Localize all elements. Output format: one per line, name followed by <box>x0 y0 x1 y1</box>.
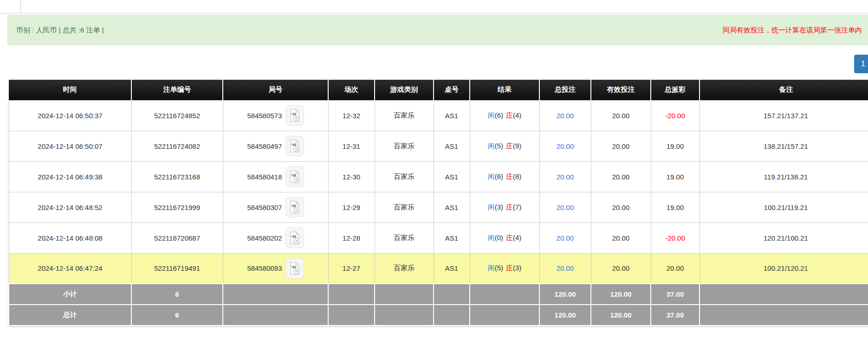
pagination-page-1-button[interactable]: 1 <box>854 55 868 73</box>
total-bet-link[interactable]: 20.00 <box>557 204 574 211</box>
cell-game-type: 百家乐 <box>375 100 434 131</box>
footer-valid-bet: 120.00 <box>591 305 651 325</box>
column-header: 游戏类别 <box>375 80 434 100</box>
footer-label: 总计 <box>9 305 131 325</box>
footer-payout: 37.00 <box>651 284 700 305</box>
cell-game-type: 百家乐 <box>375 223 434 253</box>
result-banker-score: (3) <box>513 264 521 272</box>
cell-bet-id: 522116720687 <box>131 223 223 253</box>
cell-game-type: 百家乐 <box>375 253 434 284</box>
cell-round: 584580418 <box>223 161 328 192</box>
result-player-label: 闲 <box>488 264 495 272</box>
total-bet-link[interactable]: 20.00 <box>557 264 574 272</box>
video-replay-button[interactable] <box>285 258 304 279</box>
result-banker-label: 庄 <box>506 142 513 150</box>
column-header: 结果 <box>470 80 539 100</box>
video-replay-button[interactable] <box>285 136 304 156</box>
cell-remark: 120.21/100.21 <box>700 223 868 253</box>
summary-alert-bar: 币别 : 人民币 | 总共 :6 注单 | 同局有效投注，统一计算在该局第一张注… <box>7 15 868 45</box>
cell-time: 2024-12-14 06:48:08 <box>9 223 131 253</box>
cell-payout: 19.00 <box>651 192 700 223</box>
cell-round: 584580307 <box>223 192 328 223</box>
cell-payout: -20.00 <box>651 223 700 253</box>
video-replay-icon <box>289 170 301 184</box>
round-id: 584580093 <box>247 264 282 272</box>
total-bet-link[interactable]: 20.00 <box>557 234 574 242</box>
column-header: 备注 <box>700 80 868 100</box>
result-banker-score: (8) <box>513 172 521 180</box>
result-player-score: (5) <box>495 142 503 150</box>
cell-total-bet: 20.00 <box>539 192 591 223</box>
cell-session: 12-27 <box>328 253 375 284</box>
result-banker-label: 庄 <box>506 264 513 272</box>
cell-remark: 100.21/119.21 <box>700 192 868 223</box>
column-header: 注单编号 <box>131 80 223 100</box>
round-id: 584580202 <box>247 234 282 242</box>
footer-total-bet: 120.00 <box>539 284 591 305</box>
cell-session: 12-30 <box>328 161 375 192</box>
cell-game-type: 百家乐 <box>375 192 434 223</box>
result-player-label: 闲 <box>488 172 495 180</box>
video-replay-icon <box>289 200 301 214</box>
table-row: 2024-12-14 06:47:24 522116719491 5845800… <box>9 253 868 284</box>
cell-result: 闲(3)庄(7) <box>470 192 539 223</box>
table-row: 2024-12-14 06:50:07 522116724082 5845804… <box>9 131 868 161</box>
total-bet-link[interactable]: 20.00 <box>557 173 574 181</box>
column-header: 总派彩 <box>651 80 700 100</box>
cell-bet-id: 522116724082 <box>131 131 223 161</box>
result-banker-label: 庄 <box>506 234 513 242</box>
cell-round: 584580093 <box>223 253 328 284</box>
total-bet-link[interactable]: 20.00 <box>557 142 574 150</box>
cell-result: 闲(6)庄(8) <box>470 161 539 192</box>
cell-time: 2024-12-14 06:48:52 <box>9 192 131 223</box>
video-replay-button[interactable] <box>285 105 304 126</box>
cell-valid-bet: 20.00 <box>591 192 651 223</box>
table-row: 2024-12-14 06:49:38 522116723168 5845804… <box>9 161 868 192</box>
video-replay-icon <box>289 139 301 153</box>
cell-game-type: 百家乐 <box>375 131 434 161</box>
cell-remark: 100.21/120.21 <box>700 253 868 284</box>
cell-payout: 19.00 <box>651 161 700 192</box>
result-banker-score: (4) <box>513 111 521 119</box>
column-header: 有效投注 <box>591 80 651 100</box>
video-replay-button[interactable] <box>285 228 304 248</box>
column-header: 时间 <box>9 80 131 100</box>
cell-bet-id: 522116724852 <box>131 100 223 131</box>
cell-remark: 157.21/137.21 <box>700 100 868 131</box>
round-id: 584580418 <box>247 173 282 181</box>
result-player-label: 闲 <box>488 234 495 242</box>
result-player-label: 闲 <box>488 203 495 211</box>
cell-valid-bet: 20.00 <box>591 253 651 284</box>
cell-valid-bet: 20.00 <box>591 131 651 161</box>
cell-result: 闲(5)庄(3) <box>470 253 539 284</box>
column-header: 桌号 <box>434 80 470 100</box>
cell-table-code: AS1 <box>434 223 470 253</box>
cell-bet-id: 522116723168 <box>131 161 223 192</box>
cell-table-code: AS1 <box>434 192 470 223</box>
column-header: 局号 <box>223 80 328 100</box>
table-header: 时间 注单编号 局号 场次 游戏类别 桌号 结果 总投注 有效投注 总派彩 备注 <box>9 80 868 100</box>
cell-time: 2024-12-14 06:49:38 <box>9 161 131 192</box>
cell-session: 12-28 <box>328 223 375 253</box>
result-banker-label: 庄 <box>506 111 513 119</box>
footer-row: 总计 6 120.00 120.00 37.00 <box>9 305 868 325</box>
table-footer: 小计 6 120.00 120.00 37.00 总计 6 120.00 120… <box>9 284 868 325</box>
cell-bet-id: 522116721999 <box>131 192 223 223</box>
top-panel-edge <box>0 0 868 13</box>
round-id: 584580497 <box>247 142 282 150</box>
table-header-row: 时间 注单编号 局号 场次 游戏类别 桌号 结果 总投注 有效投注 总派彩 备注 <box>9 80 868 100</box>
video-replay-button[interactable] <box>285 166 304 187</box>
footer-total-bet: 120.00 <box>539 305 591 325</box>
table-row: 2024-12-14 06:50:37 522116724852 5845805… <box>9 100 868 131</box>
footer-label: 小计 <box>9 284 131 305</box>
round-id: 584580573 <box>247 112 282 120</box>
column-header: 场次 <box>328 80 375 100</box>
cell-result: 闲(0)庄(4) <box>470 223 539 253</box>
video-replay-button[interactable] <box>285 197 304 217</box>
total-bet-link[interactable]: 20.00 <box>557 112 574 120</box>
footer-count: 6 <box>131 305 223 325</box>
currency-summary-text: 币别 : 人民币 | 总共 :6 注单 | <box>16 26 104 35</box>
cell-table-code: AS1 <box>434 161 470 192</box>
cell-total-bet: 20.00 <box>539 223 591 253</box>
table-body: 2024-12-14 06:50:37 522116724852 5845805… <box>9 100 868 284</box>
